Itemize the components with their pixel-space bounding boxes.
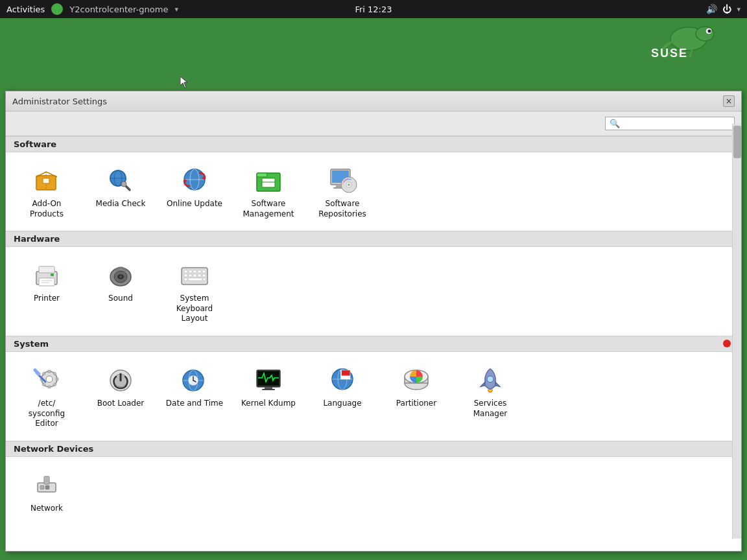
volume-icon[interactable]: 🔊 [706,4,717,14]
svg-point-89 [487,376,493,382]
language-icon [327,364,358,395]
svg-rect-22 [257,173,267,177]
svg-rect-84 [341,376,350,379]
topbar-time: Fri 12:23 [355,5,392,14]
software-repos-item[interactable]: SoftwareRepositories [307,159,378,224]
administrator-settings-dialog: Administrator Settings × 🔍 Software [5,91,742,552]
svg-rect-58 [48,370,51,373]
services-manager-label: ServicesManager [473,399,508,419]
svg-rect-54 [184,278,187,281]
svg-rect-34 [39,278,54,286]
search-icon: 🔍 [610,119,620,128]
services-manager-icon [475,364,506,395]
online-update-icon [179,164,210,195]
svg-rect-79 [262,389,275,390]
software-icon-grid: Add-OnProducts Media Check [6,152,741,231]
boot-loader-label: Boot Loader [97,399,145,409]
network-devices-section-header: Network Devices [6,441,741,457]
printer-item[interactable]: Printer [11,253,82,329]
dialog-content: Software Add-OnProducts [6,136,741,551]
scrollbar-track[interactable] [732,124,741,539]
addon-products-icon [31,164,62,195]
activities-button[interactable]: Activities [6,5,45,14]
svg-rect-60 [56,378,58,380]
partitioner-item[interactable]: Partitioner [381,358,452,434]
kernel-kdump-item[interactable]: Kernel Kdump [233,358,304,434]
svg-rect-49 [189,274,192,277]
system-icon-grid: /etc/sysconfigEditor Boot Loader [6,352,741,441]
svg-marker-97 [180,76,187,88]
svg-rect-37 [51,274,54,276]
svg-rect-33 [39,266,54,273]
svg-rect-9 [43,178,49,183]
printer-icon [31,259,62,290]
svg-rect-78 [265,387,272,389]
online-update-item[interactable]: Online Update [159,159,230,224]
search-input[interactable] [622,119,726,128]
svg-line-67 [35,370,39,374]
topbar-left: Activities Y2controlcenter-gnome ▾ [6,3,178,15]
svg-rect-50 [193,274,196,277]
svg-rect-44 [189,270,192,273]
sound-icon [105,259,136,290]
svg-rect-43 [184,270,187,273]
keyboard-item[interactable]: SystemKeyboardLayout [159,253,230,329]
kernel-kdump-label: Kernel Kdump [241,399,296,409]
services-manager-item[interactable]: ServicesManager [455,358,526,434]
svg-rect-92 [45,485,49,489]
keyboard-label: SystemKeyboardLayout [176,294,213,324]
software-management-item[interactable]: SoftwareManagement [233,159,304,224]
svg-rect-52 [202,274,206,277]
svg-point-57 [46,376,53,382]
system-notification-dot [723,340,731,347]
media-check-item[interactable]: Media Check [85,159,156,224]
printer-label: Printer [34,294,60,304]
system-section-header: System [6,336,741,352]
app-name: Y2controlcenter-gnome [69,5,168,14]
app-menu-chevron[interactable]: ▾ [174,5,178,14]
svg-rect-55 [203,278,206,281]
svg-rect-47 [202,270,206,273]
search-bar: 🔍 [6,111,741,136]
sysconfig-editor-label: /etc/sysconfigEditor [29,399,65,429]
software-section-header: Software [6,136,741,152]
date-time-icon [179,364,210,395]
svg-rect-53 [188,278,202,281]
hardware-section-header: Hardware [6,231,741,247]
sound-item[interactable]: Sound [85,253,156,329]
topbar-right: 🔊 ⏻ ▾ [706,4,741,14]
cursor [180,76,191,89]
network-item[interactable]: Network [11,463,82,519]
software-repos-icon [327,164,358,195]
partitioner-icon [401,364,432,395]
addon-products-label: Add-OnProducts [30,199,64,219]
svg-point-15 [121,181,126,187]
date-time-label: Date and Time [166,399,223,409]
power-icon[interactable]: ⏻ [722,4,731,14]
addon-products-item[interactable]: Add-OnProducts [11,159,82,224]
kernel-kdump-icon [253,364,284,395]
power-menu-chevron[interactable]: ▾ [737,5,741,14]
svg-rect-48 [184,274,187,277]
sysconfig-editor-icon [31,364,62,395]
hardware-icon-grid: Printer Sound [6,247,741,336]
keyboard-icon [179,259,210,290]
software-management-label: SoftwareManagement [243,199,294,219]
language-label: Language [323,399,361,409]
svg-rect-51 [198,274,201,277]
close-button[interactable]: × [723,95,735,107]
boot-loader-item[interactable]: Boot Loader [85,358,156,434]
partitioner-label: Partitioner [396,399,436,409]
date-time-item[interactable]: Date and Time [159,358,230,434]
sysconfig-editor-item[interactable]: /etc/sysconfigEditor [11,358,82,434]
network-icon [31,469,62,500]
topbar: Activities Y2controlcenter-gnome ▾ Fri 1… [0,0,747,18]
svg-rect-45 [193,270,196,273]
svg-text:SUSE: SUSE [651,47,688,58]
network-label: Network [30,504,63,514]
scrollbar-thumb[interactable] [733,126,741,158]
svg-rect-83 [341,370,350,376]
language-item[interactable]: Language [307,358,378,434]
software-repos-label: SoftwareRepositories [318,199,366,219]
suse-logo: SUSE [650,19,734,58]
